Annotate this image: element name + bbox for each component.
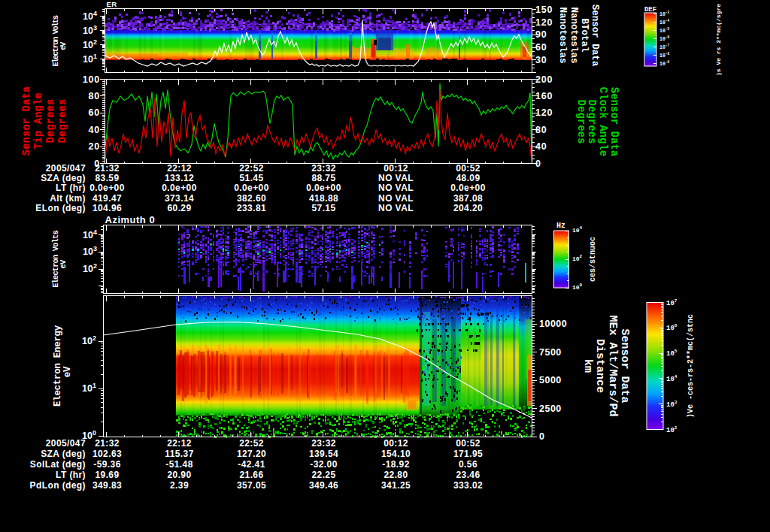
svg-text:21:32: 21:32 xyxy=(95,438,120,449)
svg-text:SZA (deg): SZA (deg) xyxy=(41,173,86,183)
svg-text:20: 20 xyxy=(88,141,100,152)
svg-text:BTotal: BTotal xyxy=(579,18,590,52)
svg-text:km: km xyxy=(581,359,594,373)
svg-text:00:52: 00:52 xyxy=(456,163,480,174)
svg-text:DEF: DEF xyxy=(644,6,656,14)
svg-text:MEx Alt/Mars/Pd: MEx Alt/Mars/Pd xyxy=(606,315,619,416)
svg-text:100: 100 xyxy=(83,74,100,85)
svg-text:357.05: 357.05 xyxy=(237,480,266,491)
svg-text:NO VAL: NO VAL xyxy=(378,193,414,204)
svg-text:LT (hr): LT (hr) xyxy=(56,470,86,480)
svg-text:90: 90 xyxy=(535,29,547,40)
svg-text:40: 40 xyxy=(535,141,547,152)
svg-text:SolLat (deg): SolLat (deg) xyxy=(30,459,86,470)
svg-text:0.0e+00: 0.0e+00 xyxy=(162,183,197,193)
svg-text:382.60: 382.60 xyxy=(237,193,266,204)
svg-text:20.90: 20.90 xyxy=(167,470,191,480)
svg-text:Sensor Data: Sensor Data xyxy=(20,86,32,156)
svg-text:-18.92: -18.92 xyxy=(382,459,409,470)
svg-text:22.80: 22.80 xyxy=(383,470,408,480)
svg-text:0.56: 0.56 xyxy=(459,459,477,470)
svg-text:Degrees: Degrees xyxy=(586,100,598,144)
svg-text:102.63: 102.63 xyxy=(92,449,122,459)
svg-text:171.95: 171.95 xyxy=(453,449,483,459)
svg-text:21.66: 21.66 xyxy=(239,470,263,480)
svg-text:57.15: 57.15 xyxy=(311,203,335,213)
svg-text:NO VAL: NO VAL xyxy=(378,183,414,193)
svg-text:-51.48: -51.48 xyxy=(165,459,192,470)
svg-text:233.81: 233.81 xyxy=(237,203,266,213)
svg-text:Clock Angle: Clock Angle xyxy=(597,87,609,156)
svg-text:PdLon (deg): PdLon (deg) xyxy=(30,480,86,491)
svg-text:0.0e+00: 0.0e+00 xyxy=(234,183,269,193)
svg-text:30: 30 xyxy=(535,55,547,65)
svg-text:-59.36: -59.36 xyxy=(93,459,120,470)
svg-text:Nanoteslas: Nanoteslas xyxy=(568,7,579,63)
svg-text:104.96: 104.96 xyxy=(92,203,122,213)
svg-text:83.59: 83.59 xyxy=(95,173,119,183)
svg-text:-32.00: -32.00 xyxy=(310,459,337,470)
svg-text:10000: 10000 xyxy=(539,319,567,329)
svg-text:0: 0 xyxy=(539,431,544,442)
svg-text:ELon (deg): ELon (deg) xyxy=(35,203,86,213)
svg-text:Sensor Data: Sensor Data xyxy=(618,328,631,403)
svg-text:60: 60 xyxy=(535,42,547,53)
svg-text:0: 0 xyxy=(535,159,541,169)
svg-text:349.46: 349.46 xyxy=(309,480,338,491)
svg-text:0.0e+00: 0.0e+00 xyxy=(89,183,125,193)
svg-text:133.12: 133.12 xyxy=(165,173,194,183)
svg-text:22:52: 22:52 xyxy=(239,163,264,174)
svg-text:7500: 7500 xyxy=(539,347,562,358)
svg-text:SZA (deg): SZA (deg) xyxy=(41,449,86,459)
svg-text:Nanoteslas: Nanoteslas xyxy=(557,7,568,63)
svg-text:Degrees: Degrees xyxy=(575,100,587,144)
svg-text:Degrees: Degrees xyxy=(44,99,56,144)
svg-text:150: 150 xyxy=(535,5,553,15)
svg-text:387.08: 387.08 xyxy=(453,193,483,204)
svg-text:Electron Volts: Electron Volts xyxy=(51,15,60,66)
svg-text:Sensor Data: Sensor Data xyxy=(590,5,600,67)
svg-text:204.20: 204.20 xyxy=(453,203,483,213)
svg-text:419.47: 419.47 xyxy=(92,193,122,204)
svg-text:Sensor Data: Sensor Data xyxy=(608,87,620,157)
svg-text:154.10: 154.10 xyxy=(381,449,411,459)
svg-text:NO VAL: NO VAL xyxy=(378,173,414,183)
svg-text:349.83: 349.83 xyxy=(92,480,122,491)
svg-text:00:52: 00:52 xyxy=(456,438,480,449)
svg-text:Degrees: Degrees xyxy=(56,99,68,144)
svg-text:)Ve -ces-rs-2**mc(/stnc: )Ve -ces-rs-2**mc(/stnc xyxy=(687,314,695,418)
svg-text:160: 160 xyxy=(535,91,553,101)
svg-text:Electron Volts: Electron Volts xyxy=(51,231,60,288)
svg-text:60: 60 xyxy=(88,107,100,118)
svg-text:341.25: 341.25 xyxy=(381,480,411,491)
svg-text:51.45: 51.45 xyxy=(239,173,263,183)
svg-text:2500: 2500 xyxy=(539,404,562,414)
svg-text:418.88: 418.88 xyxy=(309,193,338,204)
svg-text:120: 120 xyxy=(535,17,553,28)
svg-text:115.37: 115.37 xyxy=(165,449,193,459)
svg-text:373.14: 373.14 xyxy=(165,193,194,204)
svg-text:88.75: 88.75 xyxy=(311,173,335,183)
svg-text:22.25: 22.25 xyxy=(311,470,335,480)
svg-text:60.29: 60.29 xyxy=(167,203,191,213)
svg-text:23:32: 23:32 xyxy=(311,163,336,174)
svg-text:LT (hr): LT (hr) xyxy=(56,183,86,193)
svg-text:23.46: 23.46 xyxy=(456,470,480,480)
svg-text:80: 80 xyxy=(535,125,547,135)
svg-text:Electron Energy: Electron Energy xyxy=(53,325,63,407)
svg-text:80: 80 xyxy=(88,91,100,101)
svg-text:ces/stnuoc: ces/stnuoc xyxy=(589,237,597,282)
svg-text:200: 200 xyxy=(535,74,553,85)
svg-text:Tip Angle: Tip Angle xyxy=(32,92,44,150)
svg-text:2.39: 2.39 xyxy=(170,480,189,491)
svg-text:127.20: 127.20 xyxy=(237,449,266,459)
svg-text:0.0e+00: 0.0e+00 xyxy=(450,183,486,193)
svg-text:Azimuth 0: Azimuth 0 xyxy=(105,214,156,225)
svg-text:2005/047: 2005/047 xyxy=(46,438,86,449)
svg-text:0.0e+00: 0.0e+00 xyxy=(306,183,341,193)
svg-text:22:12: 22:12 xyxy=(167,163,192,174)
svg-text:40: 40 xyxy=(88,125,100,135)
svg-text:120: 120 xyxy=(535,107,553,118)
svg-text:48.09: 48.09 xyxy=(456,173,480,183)
svg-text:-42.41: -42.41 xyxy=(238,459,265,470)
